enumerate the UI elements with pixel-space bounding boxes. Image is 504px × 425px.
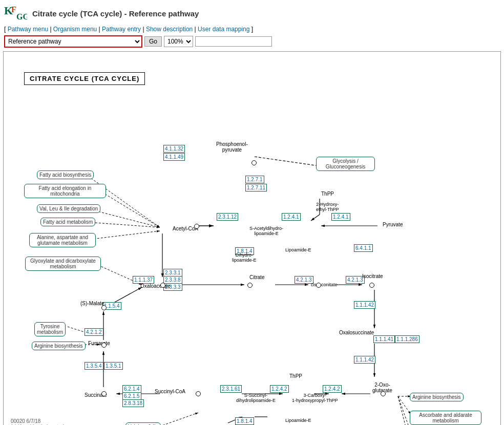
side-tyrosine[interactable]: Tyrosinemetabolism xyxy=(34,322,66,336)
side-arginine-left[interactable]: Arginine biosynthesis xyxy=(32,342,86,350)
compound-oxaloacetate: Oxaloacetate xyxy=(140,283,171,289)
main-diagram-container: CITRATE CYCLE (TCA CYCLE) Glycolysis /Gl… xyxy=(3,51,501,425)
compound-citrate: Citrate xyxy=(249,274,264,280)
enzyme-2.3.1.12[interactable]: 2.3.1.12 xyxy=(217,213,238,221)
navigation-bar: [ Pathway menu | Organism menu | Pathway… xyxy=(0,25,504,34)
enzyme-1.3.5.1[interactable]: 1.3.5.1 xyxy=(104,362,123,370)
enzyme-1.3.5.4[interactable]: 1.3.5.4 xyxy=(85,362,103,370)
node-oxaloacetate xyxy=(160,283,165,288)
enzyme-4.1.1.49[interactable]: 4.1.1.49 xyxy=(163,153,185,161)
diagram-title: CITRATE CYCLE (TCA CYCLE) xyxy=(24,72,145,85)
compound-cis-aconitate: cis-Aconitate xyxy=(311,282,338,287)
enzyme-1.1.1.286[interactable]: 1.1.1.286 xyxy=(395,335,419,343)
node-malate xyxy=(101,305,107,310)
compound-thpp-top: ThPP xyxy=(321,191,334,197)
svg-text:F: F xyxy=(11,5,16,14)
glycolysis-box[interactable]: Glycolysis /Gluconeogenesis xyxy=(316,157,375,171)
svg-text:GG: GG xyxy=(16,12,27,21)
enzyme-1.1.1.42-top[interactable]: 1.1.1.42 xyxy=(354,301,375,309)
enzyme-1.2.4.1-right[interactable]: 1.2.4.1 xyxy=(331,213,350,221)
enzyme-1.2.7.11-top[interactable]: 1.2.7.11 xyxy=(245,184,267,192)
node-acetylcoa xyxy=(194,224,199,229)
nav-pathway-entry[interactable]: Pathway entry xyxy=(102,26,141,33)
enzyme-1.8.1.4-bottom[interactable]: 1.8.1.4 xyxy=(235,417,254,425)
compound-pep: Phosphoenol-pyruvate xyxy=(216,141,248,153)
compound-3carboxy: 3-Carboxy-1-hydroxypropyl-ThPP xyxy=(292,393,338,403)
side-val-leu-ile[interactable]: Val, Leu & Ile degradation xyxy=(37,204,100,213)
side-alanine-top[interactable]: Alanine, aspartate andglutamate metaboli… xyxy=(29,233,96,247)
diagram-footer: 00020 6/7/18 (c) Kanehisa Laboratories xyxy=(11,418,70,425)
compound-lipoamide-top: Lipoamide-E xyxy=(285,247,311,252)
enzyme-1.2.4.2-right[interactable]: 1.2.4.2 xyxy=(323,385,342,393)
go-button[interactable]: Go xyxy=(144,36,162,47)
diagram-code: 00020 6/7/18 xyxy=(11,418,70,424)
enzyme-2.3.3.8[interactable]: 2.3.3.8 xyxy=(163,276,182,284)
enzyme-6.2.1.5[interactable]: 6.2.1.5 xyxy=(122,392,141,400)
node-succinate xyxy=(101,391,107,396)
side-val-leu-bottom[interactable]: Val, Leu & Iledegradation xyxy=(125,422,161,425)
node-pep xyxy=(251,160,257,165)
node-2oxoglutarate xyxy=(381,391,386,396)
svg-line-29 xyxy=(398,396,411,425)
compound-fumarate: Fumarate xyxy=(88,341,110,346)
search-input[interactable] xyxy=(195,36,272,47)
svg-line-26 xyxy=(311,215,320,221)
compound-dihydro-top: Dihydro-lipoamide-E xyxy=(232,252,257,263)
kegg-logo: K F GG xyxy=(4,3,27,24)
enzyme-2.8.3.18[interactable]: 2.8.3.18 xyxy=(122,399,144,407)
node-succinylcoa xyxy=(196,391,201,396)
enzyme-1.1.1.42-bottom[interactable]: 1.1.1.42 xyxy=(354,356,375,364)
side-ascorbate[interactable]: Ascorbate and aldaratemetabolism xyxy=(410,411,481,425)
pathway-diagram: CITRATE CYCLE (TCA CYCLE) Glycolysis /Gl… xyxy=(9,57,500,425)
side-arginine-right[interactable]: Arginine biosynthesis xyxy=(410,393,464,401)
compound-lipoamide-bottom: Lipoamide-E xyxy=(285,418,311,423)
side-fatty-acid-elongation[interactable]: Fatty acid elongation in mitochondria xyxy=(24,184,106,198)
nav-pathway-menu[interactable]: Pathway menu xyxy=(8,26,48,33)
compound-2hydroxy: 2-Hydroxy-ethyl-ThPP xyxy=(316,202,339,212)
svg-line-5 xyxy=(255,157,326,167)
enzyme-2.3.3.1[interactable]: 2.3.3.1 xyxy=(163,269,182,277)
page-title: Citrate cycle (TCA cycle) - Reference pa… xyxy=(32,9,199,18)
enzyme-6.2.1.4[interactable]: 6.2.1.4 xyxy=(122,385,141,393)
node-fumarate xyxy=(101,343,107,348)
enzyme-1.1.1.37[interactable]: 1.1.1.37 xyxy=(133,276,154,284)
enzyme-1.1.1.41[interactable]: 1.1.1.41 xyxy=(373,335,395,343)
enzyme-6.4.1.1[interactable]: 6.4.1.1 xyxy=(354,244,373,252)
side-fatty-acid-metabolism[interactable]: Fatty acid metabolism xyxy=(40,218,95,226)
enzyme-1.2.4.1-left[interactable]: 1.2.4.1 xyxy=(282,213,301,221)
side-glyoxylate[interactable]: Glyoxylate and dicarboxylatemetabolism xyxy=(25,257,101,271)
pathway-select[interactable]: Reference pathway xyxy=(4,35,142,48)
compound-ssuccinyl: S-Succinyl-dihydrolipoamide-E xyxy=(236,393,276,403)
compound-thpp-bottom: ThPP xyxy=(289,373,302,379)
compound-oxalosuccinate: Oxalosuccinate xyxy=(339,330,374,335)
enzyme-1.2.4.2-left[interactable]: 1.2.4.2 xyxy=(270,385,289,393)
node-cisaconitate xyxy=(316,283,321,288)
toolbar: Reference pathway Go 100% xyxy=(0,34,504,49)
side-fatty-acid-biosynthesis[interactable]: Fatty acid biosynthesis xyxy=(37,171,94,179)
zoom-select[interactable]: 100% xyxy=(164,36,193,47)
enzyme-4.1.1.32[interactable]: 4.1.1.32 xyxy=(163,145,185,153)
compound-isocitrate: Isocitrate xyxy=(362,273,383,279)
node-isocitrate xyxy=(369,283,374,288)
svg-line-22 xyxy=(88,222,160,227)
compound-smalate: (S)-Malate xyxy=(80,301,104,306)
nav-user-data-mapping[interactable]: User data mapping xyxy=(198,26,249,33)
enzyme-4.2.1.2[interactable]: 4.2.1.2 xyxy=(85,328,103,336)
compound-sacetyl: S-Acetyldihydro-lipoamide-E xyxy=(249,226,283,236)
enzyme-1.2.7.1[interactable]: 1.2.7.1 xyxy=(245,176,264,183)
nav-organism-menu[interactable]: Organism menu xyxy=(53,26,97,33)
svg-line-28 xyxy=(398,396,411,414)
enzyme-2.3.1.61[interactable]: 2.3.1.61 xyxy=(220,385,242,393)
compound-succinyl-coa: Succinyl-CoA xyxy=(155,389,185,394)
compound-pyruvate: Pyruvate xyxy=(383,222,403,227)
svg-line-30 xyxy=(398,396,411,425)
nav-show-description[interactable]: Show description xyxy=(146,26,193,33)
node-citrate xyxy=(247,283,253,288)
svg-line-33 xyxy=(159,413,198,425)
